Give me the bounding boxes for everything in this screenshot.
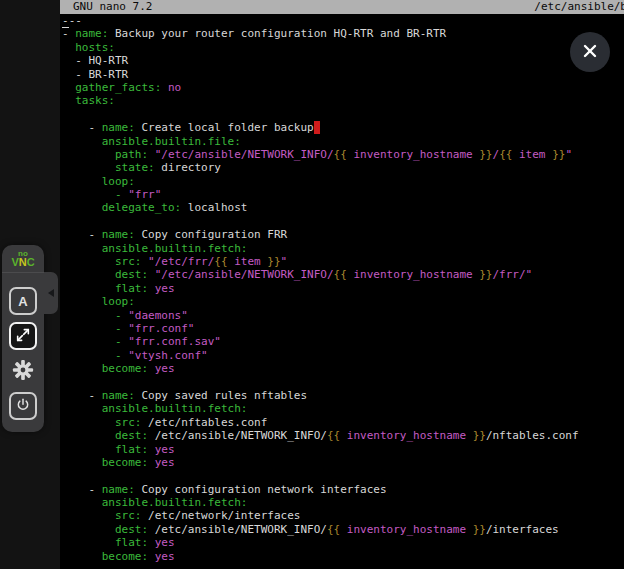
editor-line[interactable]: loop: (62, 175, 624, 188)
code-segment (62, 295, 102, 308)
code-segment (62, 322, 115, 335)
code-segment: src: (115, 416, 142, 429)
code-segment: name: (102, 483, 135, 496)
editor-line[interactable]: - name: Copy saved rules nftables (62, 389, 624, 402)
editor-line[interactable]: loop: (62, 295, 624, 308)
nano-titlebar: GNU nano 7.2 /etc/ansible/b (60, 0, 624, 14)
code-segment: "vtysh.conf" (128, 349, 207, 362)
editor-line[interactable]: --- (62, 14, 624, 27)
code-segment (62, 41, 75, 54)
editor-line[interactable]: - "frr.conf" (62, 322, 624, 335)
code-segment: - BR-RTR (62, 68, 128, 81)
editor-line[interactable]: ansible.builtin.fetch: (62, 496, 624, 509)
code-segment (62, 550, 102, 563)
editor-line[interactable] (62, 469, 624, 482)
editor-line[interactable] (62, 108, 624, 121)
code-segment: tasks: (75, 94, 115, 107)
editor-line[interactable]: state: directory (62, 161, 624, 174)
editor-line[interactable]: - "frr" (62, 188, 624, 201)
editor-line[interactable]: - name: Create local folder backup (62, 121, 624, 134)
editor-line[interactable]: - HQ-RTR (62, 54, 624, 67)
code-segment: ansible.builtin.fetch: (102, 402, 248, 415)
editor-line[interactable]: dest: "/etc/ansible/NETWORK_INFO/{{ inve… (62, 268, 624, 281)
code-segment: gather_facts: (75, 81, 161, 94)
code-segment (148, 362, 155, 375)
editor-line[interactable]: src: /etc/nftables.conf (62, 416, 624, 429)
editor-line[interactable]: - "vtysh.conf" (62, 349, 624, 362)
editor-line[interactable]: - "frr.conf.sav" (62, 335, 624, 348)
text-cursor (314, 121, 321, 134)
editor-line[interactable]: become: yes (62, 550, 624, 563)
code-segment: }} (473, 429, 486, 442)
editor-line[interactable]: dest: /etc/ansible/NETWORK_INFO/{{ inven… (62, 523, 624, 536)
code-segment (62, 201, 102, 214)
code-segment: yes (155, 282, 175, 295)
code-segment (148, 268, 155, 281)
code-segment: Backup your router configuration HQ-RTR … (108, 27, 446, 40)
code-segment (62, 175, 102, 188)
editor-line[interactable]: src: /etc/network/interfaces (62, 509, 624, 522)
vnc-panel-handle[interactable] (44, 272, 58, 314)
code-segment: loop: (102, 295, 135, 308)
code-segment (148, 282, 155, 295)
fullscreen-button[interactable] (9, 322, 37, 350)
editor-line[interactable] (62, 376, 624, 389)
code-segment: yes (155, 550, 175, 563)
code-segment: directory (155, 161, 221, 174)
editor-line[interactable]: - name: Copy configuration FRR (62, 228, 624, 241)
extra-keys-button[interactable]: A (9, 287, 37, 315)
editor-line[interactable]: flat: yes (62, 282, 624, 295)
editor-line[interactable]: flat: yes (62, 443, 624, 456)
settings-button[interactable] (9, 357, 37, 385)
code-segment: - (62, 389, 102, 402)
terminal-window[interactable]: GNU nano 7.2 /etc/ansible/b ---- name: B… (60, 0, 624, 569)
editor-line[interactable]: flat: yes (62, 536, 624, 549)
editor-line[interactable]: ansible.builtin.file: (62, 135, 624, 148)
nano-app-title: GNU nano 7.2 (73, 0, 152, 14)
editor-line[interactable]: hosts: (62, 41, 624, 54)
code-segment: state: (115, 161, 155, 174)
code-segment (62, 255, 115, 268)
code-segment: "frr" (128, 188, 161, 201)
code-segment (161, 81, 168, 94)
power-button[interactable] (9, 392, 37, 420)
code-segment: "/etc/frr/ (148, 255, 214, 268)
editor-line[interactable]: - name: Copy configuration network inter… (62, 483, 624, 496)
editor-line[interactable]: gather_facts: no (62, 81, 624, 94)
editor-line[interactable]: src: "/etc/frr/{{ item }}" (62, 255, 624, 268)
code-segment (62, 335, 115, 348)
code-segment: hosts: (75, 41, 115, 54)
code-segment: become: (102, 550, 148, 563)
code-segment: - (62, 121, 102, 134)
code-segment: inventory_hostname (340, 523, 472, 536)
editor-content[interactable]: ---- name: Backup your router configurat… (62, 14, 624, 569)
code-segment (62, 416, 115, 429)
code-segment: /etc/ansible/NETWORK_INFO/ (148, 523, 327, 536)
code-segment: {{ (334, 148, 347, 161)
editor-line[interactable]: delegate_to: localhost (62, 201, 624, 214)
code-segment: src: (115, 509, 142, 522)
editor-line[interactable]: ansible.builtin.fetch: (62, 402, 624, 415)
code-segment (62, 443, 115, 456)
editor-line[interactable]: become: yes (62, 456, 624, 469)
editor-line[interactable]: - "daemons" (62, 309, 624, 322)
code-segment: flat: (115, 282, 148, 295)
code-segment: - (62, 14, 69, 27)
editor-line[interactable]: - BR-RTR (62, 68, 624, 81)
screen: no VNC A (0, 0, 624, 569)
editor-line[interactable]: path: "/etc/ansible/NETWORK_INFO/{{ inve… (62, 148, 624, 161)
code-segment: "daemons" (128, 309, 188, 322)
editor-line[interactable]: - name: Backup your router configuration… (62, 27, 624, 40)
code-segment (62, 402, 102, 415)
editor-line[interactable]: dest: /etc/ansible/NETWORK_INFO/{{ inven… (62, 429, 624, 442)
editor-line[interactable]: ansible.builtin.fetch: (62, 242, 624, 255)
code-segment: "frr.conf" (128, 322, 194, 335)
editor-line[interactable]: tasks: (62, 94, 624, 107)
close-button[interactable] (570, 32, 610, 72)
editor-line[interactable]: become: yes (62, 362, 624, 375)
code-segment: become: (102, 456, 148, 469)
keyboard-a-icon: A (18, 294, 27, 309)
editor-line[interactable] (62, 215, 624, 228)
code-segment: - (115, 349, 128, 362)
code-segment: - (115, 309, 128, 322)
